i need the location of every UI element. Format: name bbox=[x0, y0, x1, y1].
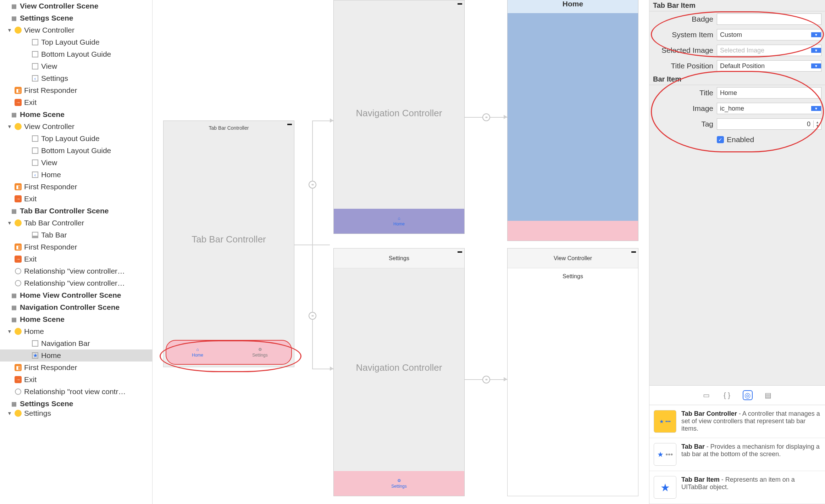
tab-bar[interactable]: ⌂ Home ⚙ Settings bbox=[166, 340, 292, 365]
view-body bbox=[508, 13, 638, 221]
outline-row[interactable]: ▦Settings Scene bbox=[0, 12, 152, 24]
file-template-icon[interactable]: ▭ bbox=[702, 390, 712, 400]
outline-row[interactable]: Bottom Layout Guide bbox=[0, 145, 152, 157]
tab-bar-icon bbox=[31, 231, 39, 239]
outline-row[interactable]: Relationship "root view contr… bbox=[0, 386, 152, 398]
disclosure-triangle-icon[interactable]: ▼ bbox=[7, 27, 12, 33]
media-library-icon[interactable]: ▤ bbox=[763, 390, 773, 400]
outline-row[interactable]: Top Layout Guide bbox=[0, 133, 152, 145]
outline-row[interactable]: ▦Settings Scene bbox=[0, 398, 152, 410]
outline-row[interactable]: ▦View Controller Scene bbox=[0, 0, 152, 12]
outline-row[interactable]: ◧First Responder bbox=[0, 362, 152, 374]
image-select[interactable]: ic_home ▾ bbox=[717, 103, 821, 114]
object-library-icon[interactable]: ◎ bbox=[743, 390, 753, 400]
view-controller-icon bbox=[14, 123, 22, 130]
outline-row[interactable]: View bbox=[0, 60, 152, 72]
status-bar-icon: ▬ bbox=[287, 121, 292, 126]
outline-label: Tab Bar Controller bbox=[24, 219, 84, 227]
selected-image-select[interactable]: Selected Image ▾ bbox=[717, 45, 821, 56]
outline-row[interactable]: ▼View Controller bbox=[0, 121, 152, 133]
segue-link-icon[interactable]: ⚭ bbox=[482, 376, 490, 383]
code-snippet-icon[interactable]: { } bbox=[722, 390, 732, 400]
outline-row[interactable]: ▦Home Scene bbox=[0, 108, 152, 121]
library-item[interactable]: ★ •••Tab Bar - Provides a mechanism for … bbox=[649, 438, 825, 471]
select-value: Custom bbox=[717, 31, 811, 39]
object-library-list[interactable]: ★ •••Tab Bar Controller - A controller t… bbox=[649, 405, 825, 504]
disclosure-triangle-icon[interactable]: ▼ bbox=[7, 329, 12, 334]
nav-title: Home bbox=[508, 0, 638, 8]
tab-bar-controller-scene[interactable]: Tab Bar Controller ▬ Tab Bar Controller … bbox=[163, 121, 294, 367]
outline-row[interactable]: ‹Settings bbox=[0, 72, 152, 84]
outline-row[interactable]: Bottom Layout Guide bbox=[0, 48, 152, 60]
outline-row[interactable]: ▦Home View Controller Scene bbox=[0, 289, 152, 301]
tag-stepper[interactable]: 0 ▲▼ bbox=[717, 118, 821, 130]
title-position-select[interactable]: Default Position ▾ bbox=[717, 60, 821, 72]
view-icon bbox=[31, 50, 39, 58]
outline-row[interactable]: →Exit bbox=[0, 253, 152, 265]
outline-label: Bottom Layout Guide bbox=[41, 50, 111, 58]
tab-item-settings[interactable]: ⚙ Settings bbox=[229, 341, 291, 364]
library-tab-bar[interactable]: ▭ { } ◎ ▤ bbox=[649, 385, 825, 405]
outline-row[interactable]: ★Home bbox=[0, 349, 152, 362]
gear-icon: ⚙ bbox=[397, 478, 401, 483]
outline-label: Settings bbox=[24, 409, 51, 418]
outline-row[interactable]: ▦Navigation Controller Scene bbox=[0, 301, 152, 313]
outline-row[interactable]: →Exit bbox=[0, 374, 152, 386]
outline-row[interactable]: View bbox=[0, 157, 152, 169]
outline-row[interactable]: →Exit bbox=[0, 96, 152, 108]
disclosure-triangle-icon[interactable]: ▼ bbox=[7, 410, 12, 416]
settings-view-controller-scene[interactable]: View Controller Settings ▬ bbox=[507, 248, 638, 496]
home-view-controller-scene[interactable]: Home bbox=[507, 0, 638, 241]
outline-row[interactable]: ▼Tab Bar Controller bbox=[0, 217, 152, 229]
navigation-controller-home-scene[interactable]: ▬ Navigation Controller ⌂ Home bbox=[333, 0, 465, 234]
outline-row[interactable]: Relationship "view controller… bbox=[0, 277, 152, 289]
segue-link-icon[interactable]: ⚭ bbox=[309, 181, 316, 189]
outline-row[interactable]: ◧First Responder bbox=[0, 181, 152, 193]
outline-row[interactable]: ▦Home Scene bbox=[0, 313, 152, 325]
chevron-down-icon: ▾ bbox=[811, 48, 821, 53]
outline-row[interactable]: Tab Bar bbox=[0, 229, 152, 241]
attributes-inspector[interactable]: Tab Bar Item Badge System Item Custom ▾ … bbox=[649, 0, 825, 504]
navigation-controller-settings-scene[interactable]: Settings ▬ Navigation Controller ⚙ Setti… bbox=[333, 248, 465, 496]
scene-title: View Controller bbox=[508, 248, 638, 268]
outline-row[interactable]: Top Layout Guide bbox=[0, 36, 152, 48]
outline-row[interactable]: Navigation Bar bbox=[0, 337, 152, 349]
disclosure-triangle-icon[interactable]: ▼ bbox=[7, 220, 12, 226]
inspector-blank bbox=[649, 147, 825, 385]
system-item-select[interactable]: Custom ▾ bbox=[717, 29, 821, 40]
outline-row[interactable]: ‹Home bbox=[0, 169, 152, 181]
tab-item-label: Settings bbox=[391, 484, 406, 489]
nav-title: Settings bbox=[508, 268, 638, 285]
tab-item-home[interactable]: ⌂ Home bbox=[166, 341, 229, 364]
segue-link-icon[interactable]: ⚭ bbox=[482, 113, 490, 121]
outline-label: Relationship "view controller… bbox=[24, 267, 125, 275]
tab-bar-item-settings[interactable]: ⚙ Settings bbox=[334, 471, 464, 496]
badge-field[interactable] bbox=[717, 13, 821, 25]
chevron-down-icon: ▾ bbox=[811, 106, 821, 111]
segue-link-icon[interactable]: ⚭ bbox=[309, 312, 316, 320]
chevron-down-icon: ▾ bbox=[811, 32, 821, 37]
outline-row[interactable]: ◧First Responder bbox=[0, 84, 152, 96]
first-responder-icon: ◧ bbox=[14, 183, 22, 191]
nav-item-icon: ‹ bbox=[31, 171, 39, 179]
document-outline[interactable]: ▦View Controller Scene▦Settings Scene▼Vi… bbox=[0, 0, 153, 504]
enabled-checkbox[interactable]: ✓ bbox=[717, 136, 724, 143]
library-item[interactable]: ★Tab Bar Item - Represents an item on a … bbox=[649, 471, 825, 504]
outline-row[interactable]: →Exit bbox=[0, 193, 152, 205]
library-item[interactable]: ★ •••Tab Bar Controller - A controller t… bbox=[649, 405, 825, 438]
disclosure-triangle-icon[interactable]: ▼ bbox=[7, 124, 12, 129]
tab-bar-item-home[interactable]: ⌂ Home bbox=[334, 209, 464, 234]
placeholder-label: Navigation Controller bbox=[334, 108, 464, 119]
outline-label: View Controller bbox=[24, 122, 74, 131]
stepper-buttons[interactable]: ▲▼ bbox=[813, 121, 821, 128]
field-label: Selected Image bbox=[653, 46, 713, 55]
title-field[interactable] bbox=[717, 87, 821, 99]
outline-row[interactable]: ◧First Responder bbox=[0, 241, 152, 253]
status-bar-icon: ▬ bbox=[458, 248, 462, 254]
outline-row[interactable]: ▦Tab Bar Controller Scene bbox=[0, 205, 152, 217]
outline-row[interactable]: ▼View Controller bbox=[0, 24, 152, 36]
outline-row[interactable]: ▼Settings bbox=[0, 410, 152, 417]
storyboard-canvas[interactable]: Tab Bar Controller ▬ Tab Bar Controller … bbox=[153, 0, 649, 504]
outline-row[interactable]: Relationship "view controller… bbox=[0, 265, 152, 277]
outline-row[interactable]: ▼Home bbox=[0, 325, 152, 337]
